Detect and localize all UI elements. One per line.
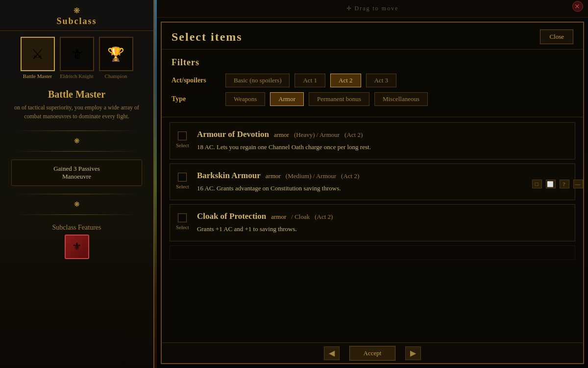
item-row: Select Armour of Devotion armor (Heavy) … xyxy=(170,122,575,159)
subclass-icon-battle-master: ⚔ xyxy=(21,37,55,71)
feature-icon-1[interactable]: ⚜ xyxy=(65,235,89,259)
filters-title: Filters xyxy=(172,57,573,68)
help-btn[interactable]: ? xyxy=(560,180,569,188)
divider-icon-2: ❋ xyxy=(74,200,80,209)
item-2-title-line: Barkskin Armour armor (Medium) / Armour … xyxy=(197,171,569,181)
bottom-bar: ◀ Accept ▶ xyxy=(162,342,583,363)
item-3-act: (Act 2) xyxy=(315,213,333,221)
item-1-act: (Act 2) xyxy=(344,131,363,139)
item-1-select-area: Select xyxy=(176,130,189,148)
item-2-type-detail: (Medium) / Armour xyxy=(286,172,336,180)
subclass-champion[interactable]: 🏆 Champion xyxy=(99,37,133,79)
panel-header: Select items Close xyxy=(162,23,583,50)
type-filter-row: Type Weapons Armor Permanent bonus Misce… xyxy=(172,92,573,106)
subclass-features-label: Subclass Features xyxy=(52,224,101,232)
restore-btn[interactable]: □ xyxy=(532,180,542,188)
item-3-checkbox[interactable] xyxy=(178,213,187,222)
item-1-type: armor xyxy=(274,131,289,139)
item-3-content: Cloak of Protection armor / Cloak (Act 2… xyxy=(197,211,569,234)
subclass-header: ❋ Subclass xyxy=(0,0,153,31)
drag-text: ✛ Drag to move xyxy=(346,5,399,12)
item-3-title-line: Cloak of Protection armor / Cloak (Act 2… xyxy=(197,211,569,221)
items-list: Select Armour of Devotion armor (Heavy) … xyxy=(162,117,583,342)
act-filter-row: Act/spoilers Basic (no spoilers) Act 1 A… xyxy=(172,74,573,87)
item-2-type: armor xyxy=(266,172,281,180)
item-row: Select Barkskin Armour armor (Medium) / … xyxy=(170,163,575,201)
filter-act2[interactable]: Act 2 xyxy=(330,74,361,87)
prev-button[interactable]: ◀ xyxy=(324,346,340,360)
subclass-battle-master[interactable]: ⚔ Battle Master xyxy=(21,37,55,79)
item-3-desc: Grants +1 AC and +1 to saving throws. xyxy=(197,224,569,234)
item-2-content: Barkskin Armour armor (Medium) / Armour … xyxy=(197,171,569,193)
subclass-icon-eldritch-knight: 🗡 xyxy=(60,37,94,71)
subclass-label-battle-master: Battle Master xyxy=(23,73,52,79)
left-character-panel: ❋ Subclass ⚔ Battle Master 🗡 Eldritch Kn… xyxy=(0,0,154,368)
main-dialog: ✛ Drag to move □ ⬜ ? — ✕ Select items Cl… xyxy=(157,0,588,368)
passives-gained: Gained 3 Passives xyxy=(19,165,134,173)
filter-permanent[interactable]: Permanent bonus xyxy=(309,92,369,106)
divider-2 xyxy=(15,151,138,152)
item-1-type-detail: (Heavy) / Armour xyxy=(294,131,340,139)
next-button[interactable]: ▶ xyxy=(405,346,421,360)
item-2-name: Barkskin Armour xyxy=(197,171,261,181)
filter-act1[interactable]: Act 1 xyxy=(294,74,325,87)
item-2-act: (Act 2) xyxy=(341,172,359,180)
panel-title: Select items xyxy=(172,30,243,44)
item-2-checkbox[interactable] xyxy=(178,173,187,182)
filter-misc[interactable]: Miscellaneous xyxy=(374,92,428,106)
subclass-label-eldritch-knight: Eldritch Knight xyxy=(60,73,94,79)
select-items-panel: Select items Close Filters Act/spoilers … xyxy=(161,22,584,364)
character-class-name: Battle Master xyxy=(48,89,105,100)
item-row: Select Cloak of Protection armor / Cloak… xyxy=(170,204,575,241)
type-filter-label: Type xyxy=(172,95,220,103)
divider-icon-1: ❋ xyxy=(74,137,80,145)
filter-basic[interactable]: Basic (no spoilers) xyxy=(225,74,290,87)
divider-1 xyxy=(15,131,138,131)
maximize-btn[interactable]: ⬜ xyxy=(546,180,556,188)
item-1-name: Armour of Devotion xyxy=(197,130,269,139)
item-1-desc: 18 AC. Lets you regain one Channel Oath … xyxy=(197,142,569,152)
passives-box: Gained 3 Passives Manoeuvre xyxy=(11,159,142,186)
subclass-icon-champion: 🏆 xyxy=(99,37,133,71)
filters-section: Filters Act/spoilers Basic (no spoilers)… xyxy=(162,50,583,117)
close-x-button[interactable]: ✕ xyxy=(572,1,583,12)
filter-armor[interactable]: Armor xyxy=(270,92,304,106)
subclass-title: Subclass xyxy=(56,16,97,26)
item-2-desc: 16 AC. Grants advantage on Constitution … xyxy=(197,184,569,193)
item-1-checkbox[interactable] xyxy=(178,131,187,140)
window-controls: □ ⬜ ? — xyxy=(532,180,583,188)
divider-3 xyxy=(15,194,138,194)
divider-4 xyxy=(15,214,138,215)
filter-weapons[interactable]: Weapons xyxy=(225,92,265,106)
accept-button[interactable]: Accept xyxy=(349,346,396,361)
item-2-select-area: Select xyxy=(176,171,189,189)
subclass-selector: ⚔ Battle Master 🗡 Eldritch Knight 🏆 Cham… xyxy=(0,31,153,85)
item-3-type: armor xyxy=(271,213,286,221)
item-2-select-label[interactable]: Select xyxy=(176,184,189,189)
act-filter-label: Act/spoilers xyxy=(172,77,220,84)
item-3-select-label[interactable]: Select xyxy=(176,224,189,230)
passives-type: Manoeuvre xyxy=(19,173,134,181)
subclass-header-icon: ❋ xyxy=(0,6,153,15)
item-1-title-line: Armour of Devotion armor (Heavy) / Armou… xyxy=(197,130,569,139)
filter-act3[interactable]: Act 3 xyxy=(366,74,397,87)
drag-bar[interactable]: ✛ Drag to move □ ⬜ ? — ✕ xyxy=(157,0,588,18)
item-3-type-detail: / Cloak xyxy=(291,213,310,221)
close-button[interactable]: Close xyxy=(540,29,573,44)
item-row-partial xyxy=(170,245,575,260)
minimize-btn[interactable]: — xyxy=(573,180,583,188)
subclass-eldritch-knight[interactable]: 🗡 Eldritch Knight xyxy=(60,37,94,79)
subclass-label-champion: Champion xyxy=(105,73,127,79)
item-3-select-area: Select xyxy=(176,211,189,230)
item-1-select-label[interactable]: Select xyxy=(176,142,189,148)
character-class-desc: on of tactical superiority, you employ a… xyxy=(0,103,153,121)
item-1-content: Armour of Devotion armor (Heavy) / Armou… xyxy=(197,130,569,152)
item-3-name: Cloak of Protection xyxy=(197,211,266,221)
